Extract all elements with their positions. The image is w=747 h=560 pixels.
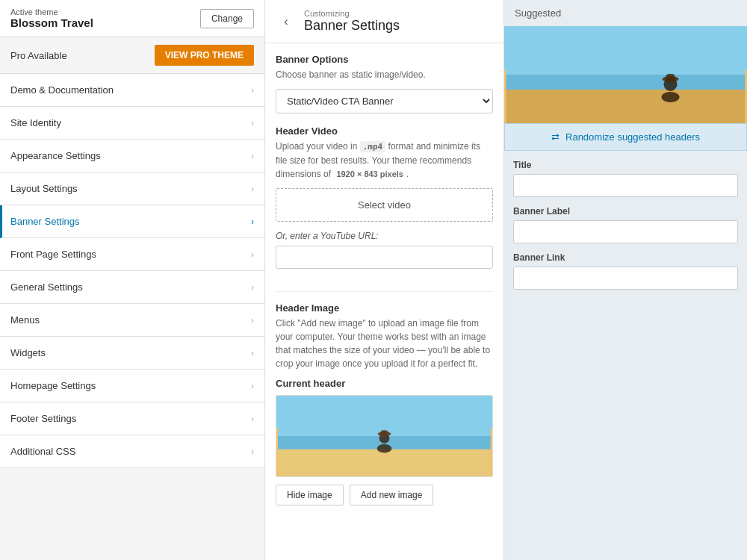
chevron-right-icon: › [251, 217, 254, 227]
panel-title-group: Customizing Banner Settings [304, 9, 400, 34]
svg-rect-9 [506, 90, 746, 123]
youtube-url-input[interactable] [276, 246, 493, 269]
add-new-image-button[interactable]: Add new image [350, 485, 434, 505]
divider [276, 291, 493, 292]
panel-header: ‹ Customizing Banner Settings [265, 0, 503, 43]
banner-link-input[interactable] [513, 267, 738, 290]
sidebar-item-additional-css[interactable]: Additional CSS › [0, 435, 264, 468]
banner-type-select[interactable]: Static/Video CTA Banner Slider Banner No… [276, 89, 493, 113]
customizing-label: Customizing [304, 9, 400, 18]
active-theme-name: Blossom Travel [10, 16, 93, 29]
dims-strong: 1920 × 843 pixels [333, 169, 406, 179]
suggested-image [504, 26, 747, 123]
pro-banner: Pro Available VIEW PRO THEME [0, 37, 264, 74]
or-youtube-label: Or, enter a YouTube URL: [276, 231, 493, 241]
svg-point-3 [377, 444, 392, 452]
title-input[interactable] [513, 174, 738, 197]
header-image-desc: Click "Add new image" to upload an image… [276, 317, 493, 370]
change-theme-button[interactable]: Change [200, 9, 254, 28]
sidebar: Active theme Blossom Travel Change Pro A… [0, 0, 265, 560]
header-video-desc: Upload your video in .mp4 format and min… [276, 140, 493, 181]
sidebar-item-label: Demo & Documentation [10, 84, 114, 96]
sidebar-item-front-page-settings[interactable]: Front Page Settings › [0, 238, 264, 271]
select-video-label: Select video [358, 199, 411, 211]
randomize-headers-button[interactable]: ⇄ Randomize suggested headers [504, 123, 747, 151]
chevron-right-icon: › [251, 249, 254, 260]
sidebar-item-demo-docs[interactable]: Demo & Documentation › [0, 74, 264, 107]
sidebar-item-label: Footer Settings [10, 413, 76, 424]
view-pro-button[interactable]: VIEW PRO THEME [155, 45, 254, 66]
sidebar-item-label: Layout Settings [10, 183, 78, 194]
svg-rect-6 [381, 430, 388, 435]
sidebar-item-label: Homepage Settings [10, 380, 96, 391]
banner-label-label: Banner Label [513, 206, 738, 217]
svg-rect-13 [666, 74, 675, 81]
sidebar-item-banner-settings[interactable]: Banner Settings › [0, 205, 264, 238]
sidebar-item-menus[interactable]: Menus › [0, 304, 264, 337]
active-theme-label: Active theme [10, 7, 93, 16]
svg-point-10 [662, 92, 680, 102]
sidebar-header: Active theme Blossom Travel Change [0, 0, 264, 37]
hide-image-button[interactable]: Hide image [276, 485, 344, 505]
pro-available-label: Pro Available [10, 50, 67, 61]
sidebar-item-homepage-settings[interactable]: Homepage Settings › [0, 370, 264, 402]
chevron-right-icon: › [251, 381, 254, 391]
suggested-label: Suggested [504, 0, 747, 26]
chevron-right-icon: › [251, 282, 254, 293]
sidebar-item-label: Additional CSS [10, 446, 75, 457]
right-panel: Suggested ⇄ Randomize suggested headers … [504, 0, 747, 560]
header-image-heading: Header Image [276, 302, 493, 314]
image-actions: Hide image Add new image [276, 485, 493, 505]
middle-panel: ‹ Customizing Banner Settings Banner Opt… [265, 0, 504, 560]
right-form: Title Banner Label Banner Link [504, 151, 747, 308]
sidebar-item-label: Front Page Settings [10, 249, 96, 260]
title-label: Title [513, 160, 738, 170]
sidebar-item-label: General Settings [10, 281, 83, 293]
back-button[interactable]: ‹ [276, 11, 297, 32]
banner-label-input[interactable] [513, 220, 738, 243]
chevron-right-icon: › [251, 118, 254, 128]
sidebar-item-appearance-settings[interactable]: Appearance Settings › [0, 140, 264, 172]
chevron-right-icon: › [251, 414, 254, 424]
sidebar-item-label: Menus [10, 314, 40, 326]
banner-link-label: Banner Link [513, 252, 738, 263]
chevron-right-icon: › [251, 447, 254, 457]
sidebar-item-layout-settings[interactable]: Layout Settings › [0, 172, 264, 205]
header-video-heading: Header Video [276, 125, 493, 137]
sidebar-item-label: Widgets [10, 347, 46, 358]
sidebar-item-label: Appearance Settings [10, 150, 101, 161]
chevron-right-icon: › [251, 315, 254, 326]
sidebar-item-footer-settings[interactable]: Footer Settings › [0, 402, 264, 435]
sidebar-nav: Demo & Documentation › Site Identity › A… [0, 74, 264, 560]
current-header-label: Current header [276, 378, 493, 389]
sidebar-item-widgets[interactable]: Widgets › [0, 337, 264, 370]
svg-rect-7 [506, 26, 746, 82]
chevron-right-icon: › [251, 184, 254, 194]
select-video-button[interactable]: Select video [276, 188, 493, 222]
banner-options-heading: Banner Options [276, 54, 493, 65]
sidebar-item-site-identity[interactable]: Site Identity › [0, 107, 264, 140]
chevron-right-icon: › [251, 348, 254, 358]
randomize-icon: ⇄ [551, 131, 560, 143]
chevron-right-icon: › [251, 151, 254, 161]
sidebar-item-label: Banner Settings [10, 216, 80, 227]
active-theme-info: Active theme Blossom Travel [10, 7, 93, 29]
middle-content: Banner Options Choose banner as static i… [265, 43, 503, 560]
current-header-image [276, 395, 493, 477]
banner-options-desc: Choose banner as static image/video. [276, 68, 493, 81]
randomize-label: Randomize suggested headers [565, 131, 700, 143]
chevron-right-icon: › [251, 85, 254, 96]
mp4-code: .mp4 [360, 141, 386, 152]
sidebar-item-general-settings[interactable]: General Settings › [0, 271, 264, 304]
panel-title: Banner Settings [304, 18, 400, 34]
sidebar-item-label: Site Identity [10, 117, 61, 128]
